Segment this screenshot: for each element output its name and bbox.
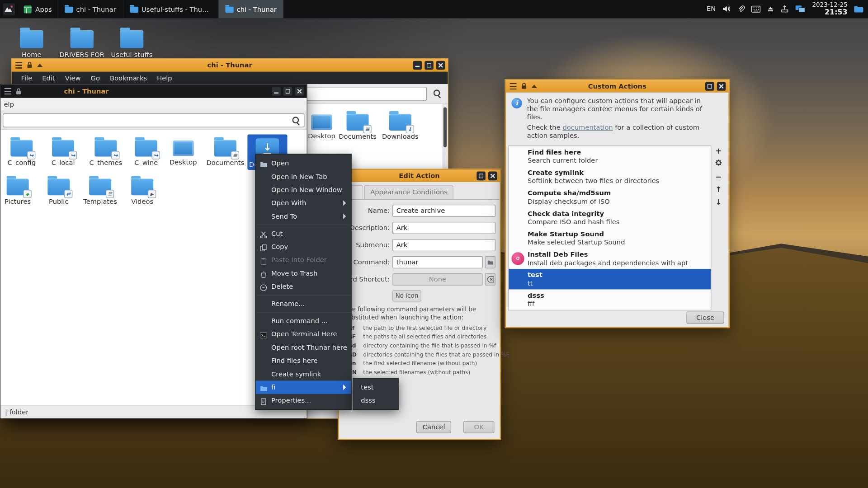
menu-item-fi-highlighted[interactable]: fi: [256, 380, 351, 394]
action-row-find-files[interactable]: Find files here Search current folder: [509, 146, 711, 166]
file-tile-templates[interactable]: Templates: [80, 173, 120, 207]
move-up-button[interactable]: ↑: [713, 184, 724, 195]
clipboard-manager-icon[interactable]: [737, 5, 745, 13]
maximize-button[interactable]: [705, 82, 714, 91]
menu-item-open[interactable]: Open: [256, 157, 351, 170]
lock-icon[interactable]: [15, 88, 21, 95]
file-tile-c-wine[interactable]: C_wine: [126, 135, 166, 169]
menu-item-copy[interactable]: Copy: [256, 240, 351, 253]
window-menu-icon[interactable]: [510, 83, 517, 89]
titlebar[interactable]: Custom Actions: [506, 80, 728, 93]
location-input[interactable]: [3, 113, 304, 127]
menu-item-create-symlink[interactable]: Create symlink: [256, 367, 351, 380]
file-tile-public[interactable]: Public: [39, 173, 79, 207]
close-button[interactable]: [488, 171, 497, 180]
ok-button[interactable]: OK: [463, 421, 495, 433]
action-row-dsss[interactable]: dsss fff: [509, 289, 711, 310]
file-tile-documents[interactable]: Documents: [338, 108, 377, 142]
window-menu-icon[interactable]: [5, 88, 11, 95]
name-input[interactable]: [392, 205, 495, 217]
menu-item-find-files-here[interactable]: Find files here: [256, 354, 351, 367]
taskbar-item-useful-stuffs[interactable]: Useful-stuffs - Thunar: [123, 0, 218, 18]
file-manager-tray-icon[interactable]: [854, 5, 863, 13]
menu-view[interactable]: View: [60, 72, 86, 84]
desktop-icon-useful-stuffs[interactable]: Useful-stuffs: [108, 30, 155, 58]
file-tile-c-config[interactable]: C_config: [2, 135, 42, 169]
browse-command-button[interactable]: [485, 256, 495, 268]
distro-logo-icon[interactable]: [0, 0, 18, 18]
menu-item-move-to-trash[interactable]: Move to Trash: [256, 267, 351, 280]
close-button[interactable]: [436, 61, 445, 70]
menu-item-send-to[interactable]: Send To: [256, 210, 351, 223]
titlebar[interactable]: Edit Action: [339, 170, 500, 182]
menu-edit[interactable]: Edit: [37, 72, 60, 84]
menu-item-open-terminal-here[interactable]: Open Terminal Here: [256, 328, 351, 341]
close-dialog-button[interactable]: Close: [686, 311, 724, 324]
minimize-button[interactable]: [272, 87, 281, 96]
menu-bookmarks[interactable]: Bookmarks: [105, 72, 152, 84]
menu-item-open-new-tab[interactable]: Open in New Tab: [256, 170, 351, 183]
file-tile-videos[interactable]: Videos: [123, 173, 162, 207]
desktop-icon-drivers[interactable]: DRIVERS FOR: [59, 30, 105, 58]
file-tile-c-themes[interactable]: C_themes: [86, 135, 126, 169]
lock-icon[interactable]: [521, 82, 527, 89]
action-row-check-integrity[interactable]: Check data integrity Compare ISO and has…: [509, 207, 711, 228]
add-action-button[interactable]: +: [713, 145, 724, 156]
menu-item-open-with[interactable]: Open With: [256, 197, 351, 210]
submenu-item-test[interactable]: test: [353, 380, 398, 394]
file-tile-desktop[interactable]: Desktop: [163, 135, 203, 168]
search-icon[interactable]: [433, 89, 441, 99]
action-row-install-deb[interactable]: Install Deb Files Install deb packages a…: [509, 249, 711, 269]
submenu-item-dsss[interactable]: dsss: [353, 394, 398, 407]
maximize-button[interactable]: [425, 61, 434, 70]
action-row-create-symlink[interactable]: Create symlink Softlink between two file…: [509, 167, 711, 187]
search-icon[interactable]: [292, 116, 300, 127]
cancel-button[interactable]: Cancel: [416, 421, 451, 433]
scrollbar-thumb[interactable]: [443, 108, 447, 147]
taskbar-item-chi-thunar-1[interactable]: chi - Thunar: [57, 0, 123, 18]
actions-list[interactable]: Find files here Search current folder Cr…: [508, 145, 711, 310]
menu-item-properties[interactable]: Properties...: [256, 394, 351, 407]
menu-file[interactable]: File: [16, 72, 38, 84]
clock[interactable]: 2023-12-25 21:53: [812, 1, 847, 17]
menu-item-run-command[interactable]: Run command ...: [256, 314, 351, 328]
file-tile-downloads[interactable]: Downloads: [380, 108, 420, 142]
description-input[interactable]: [392, 222, 495, 234]
eject-icon[interactable]: [767, 5, 774, 13]
taskbar-item-chi-thunar-2-active[interactable]: chi - Thunar: [218, 0, 283, 18]
keyboard-layout-indicator[interactable]: EN: [707, 5, 716, 13]
menu-help-fragment[interactable]: elp: [2, 98, 16, 110]
submenu-input[interactable]: [392, 239, 495, 251]
command-input[interactable]: [392, 256, 483, 268]
icon-picker-button[interactable]: No icon: [392, 291, 421, 301]
window-menu-icon[interactable]: [15, 62, 22, 69]
maximize-button[interactable]: [283, 87, 292, 96]
shade-icon[interactable]: [532, 84, 537, 88]
keyboard-icon[interactable]: [751, 5, 761, 13]
desktop-icon-home[interactable]: Home: [8, 30, 55, 58]
file-tile-pictures[interactable]: Pictures: [0, 173, 38, 207]
file-tile-c-local[interactable]: C_local: [43, 135, 83, 169]
remove-action-button[interactable]: −: [713, 171, 724, 182]
maximize-button[interactable]: [476, 171, 486, 180]
tab-appearance-conditions[interactable]: Appearance Conditions: [364, 185, 454, 199]
menu-item-open-new-window[interactable]: Open in New Window: [256, 183, 351, 196]
close-button[interactable]: [717, 82, 726, 91]
volume-icon[interactable]: [722, 5, 731, 14]
display-settings-icon[interactable]: [795, 5, 806, 14]
file-tile-documents[interactable]: Documents: [205, 135, 245, 169]
menu-go[interactable]: Go: [86, 72, 105, 84]
titlebar[interactable]: chi - Thunar: [0, 84, 307, 98]
move-down-button[interactable]: ↓: [713, 197, 724, 207]
removable-media-icon[interactable]: [781, 5, 789, 13]
shortcut-button[interactable]: None: [392, 273, 483, 286]
menu-item-cut[interactable]: Cut: [256, 227, 351, 240]
menu-item-delete[interactable]: Delete: [256, 280, 351, 293]
edit-action-button[interactable]: [713, 158, 724, 169]
clear-shortcut-button[interactable]: [485, 273, 495, 286]
action-row-startup-sound[interactable]: Make Startup Sound Make selected Startup…: [509, 228, 711, 248]
file-tile-desktop[interactable]: Desktop: [302, 108, 341, 141]
titlebar[interactable]: chi - Thunar: [12, 59, 448, 72]
menu-item-open-root-thunar[interactable]: Open root Thunar here: [256, 341, 351, 354]
close-button[interactable]: [295, 87, 304, 96]
